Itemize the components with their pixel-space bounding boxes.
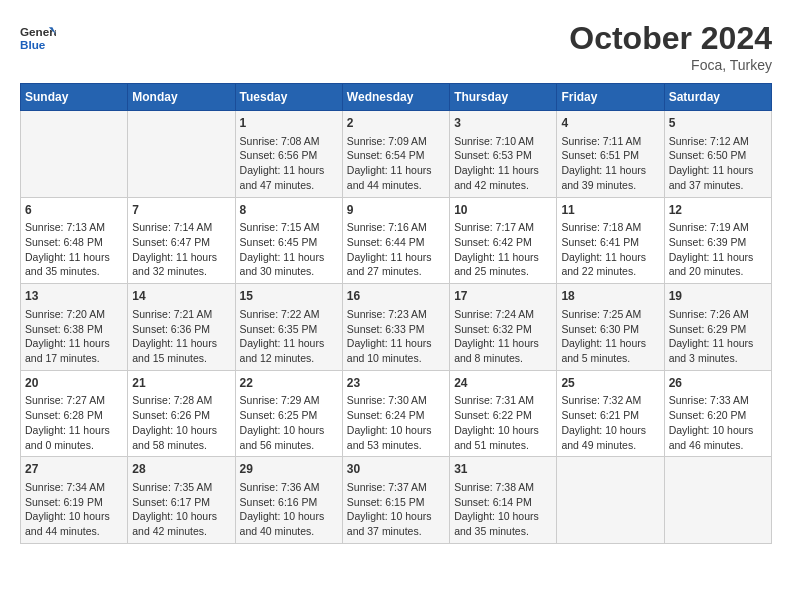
- day-info: Sunrise: 7:25 AMSunset: 6:30 PMDaylight:…: [561, 307, 659, 366]
- calendar-cell: 23Sunrise: 7:30 AMSunset: 6:24 PMDayligh…: [342, 370, 449, 457]
- weekday-header: Friday: [557, 84, 664, 111]
- day-info: Sunrise: 7:17 AMSunset: 6:42 PMDaylight:…: [454, 220, 552, 279]
- day-info: Sunrise: 7:35 AMSunset: 6:17 PMDaylight:…: [132, 480, 230, 539]
- day-info: Sunrise: 7:16 AMSunset: 6:44 PMDaylight:…: [347, 220, 445, 279]
- day-number: 15: [240, 288, 338, 305]
- calendar-cell: 3Sunrise: 7:10 AMSunset: 6:53 PMDaylight…: [450, 111, 557, 198]
- calendar-cell: 31Sunrise: 7:38 AMSunset: 6:14 PMDayligh…: [450, 457, 557, 544]
- calendar-cell: 15Sunrise: 7:22 AMSunset: 6:35 PMDayligh…: [235, 284, 342, 371]
- day-number: 28: [132, 461, 230, 478]
- day-number: 16: [347, 288, 445, 305]
- weekday-header: Sunday: [21, 84, 128, 111]
- calendar-cell: 16Sunrise: 7:23 AMSunset: 6:33 PMDayligh…: [342, 284, 449, 371]
- calendar-cell: 26Sunrise: 7:33 AMSunset: 6:20 PMDayligh…: [664, 370, 771, 457]
- calendar-cell: [21, 111, 128, 198]
- calendar-cell: 19Sunrise: 7:26 AMSunset: 6:29 PMDayligh…: [664, 284, 771, 371]
- day-info: Sunrise: 7:21 AMSunset: 6:36 PMDaylight:…: [132, 307, 230, 366]
- calendar-cell: 2Sunrise: 7:09 AMSunset: 6:54 PMDaylight…: [342, 111, 449, 198]
- day-number: 30: [347, 461, 445, 478]
- calendar-cell: 10Sunrise: 7:17 AMSunset: 6:42 PMDayligh…: [450, 197, 557, 284]
- calendar-cell: [128, 111, 235, 198]
- calendar-week-row: 1Sunrise: 7:08 AMSunset: 6:56 PMDaylight…: [21, 111, 772, 198]
- day-number: 5: [669, 115, 767, 132]
- calendar-cell: 5Sunrise: 7:12 AMSunset: 6:50 PMDaylight…: [664, 111, 771, 198]
- calendar-cell: 28Sunrise: 7:35 AMSunset: 6:17 PMDayligh…: [128, 457, 235, 544]
- day-number: 27: [25, 461, 123, 478]
- day-info: Sunrise: 7:18 AMSunset: 6:41 PMDaylight:…: [561, 220, 659, 279]
- calendar-cell: 9Sunrise: 7:16 AMSunset: 6:44 PMDaylight…: [342, 197, 449, 284]
- day-info: Sunrise: 7:33 AMSunset: 6:20 PMDaylight:…: [669, 393, 767, 452]
- day-info: Sunrise: 7:12 AMSunset: 6:50 PMDaylight:…: [669, 134, 767, 193]
- page-header: General Blue October 2024 Foca, Turkey: [20, 20, 772, 73]
- month-info: October 2024 Foca, Turkey: [569, 20, 772, 73]
- day-info: Sunrise: 7:19 AMSunset: 6:39 PMDaylight:…: [669, 220, 767, 279]
- weekday-header: Saturday: [664, 84, 771, 111]
- calendar-cell: 30Sunrise: 7:37 AMSunset: 6:15 PMDayligh…: [342, 457, 449, 544]
- day-number: 14: [132, 288, 230, 305]
- day-number: 13: [25, 288, 123, 305]
- day-info: Sunrise: 7:13 AMSunset: 6:48 PMDaylight:…: [25, 220, 123, 279]
- calendar-cell: 21Sunrise: 7:28 AMSunset: 6:26 PMDayligh…: [128, 370, 235, 457]
- day-info: Sunrise: 7:23 AMSunset: 6:33 PMDaylight:…: [347, 307, 445, 366]
- day-info: Sunrise: 7:28 AMSunset: 6:26 PMDaylight:…: [132, 393, 230, 452]
- logo: General Blue: [20, 20, 56, 56]
- day-info: Sunrise: 7:20 AMSunset: 6:38 PMDaylight:…: [25, 307, 123, 366]
- calendar-cell: 20Sunrise: 7:27 AMSunset: 6:28 PMDayligh…: [21, 370, 128, 457]
- location: Foca, Turkey: [569, 57, 772, 73]
- day-number: 2: [347, 115, 445, 132]
- svg-text:Blue: Blue: [20, 38, 46, 51]
- day-number: 31: [454, 461, 552, 478]
- calendar-cell: 6Sunrise: 7:13 AMSunset: 6:48 PMDaylight…: [21, 197, 128, 284]
- day-number: 1: [240, 115, 338, 132]
- day-number: 11: [561, 202, 659, 219]
- calendar-cell: 25Sunrise: 7:32 AMSunset: 6:21 PMDayligh…: [557, 370, 664, 457]
- svg-text:General: General: [20, 25, 56, 38]
- calendar-cell: 22Sunrise: 7:29 AMSunset: 6:25 PMDayligh…: [235, 370, 342, 457]
- day-info: Sunrise: 7:11 AMSunset: 6:51 PMDaylight:…: [561, 134, 659, 193]
- day-number: 10: [454, 202, 552, 219]
- calendar-cell: 13Sunrise: 7:20 AMSunset: 6:38 PMDayligh…: [21, 284, 128, 371]
- calendar-cell: 18Sunrise: 7:25 AMSunset: 6:30 PMDayligh…: [557, 284, 664, 371]
- day-info: Sunrise: 7:27 AMSunset: 6:28 PMDaylight:…: [25, 393, 123, 452]
- calendar-cell: 1Sunrise: 7:08 AMSunset: 6:56 PMDaylight…: [235, 111, 342, 198]
- day-info: Sunrise: 7:14 AMSunset: 6:47 PMDaylight:…: [132, 220, 230, 279]
- logo-icon: General Blue: [20, 20, 56, 56]
- day-number: 26: [669, 375, 767, 392]
- calendar-cell: [664, 457, 771, 544]
- calendar-cell: 4Sunrise: 7:11 AMSunset: 6:51 PMDaylight…: [557, 111, 664, 198]
- day-number: 9: [347, 202, 445, 219]
- day-info: Sunrise: 7:09 AMSunset: 6:54 PMDaylight:…: [347, 134, 445, 193]
- month-title: October 2024: [569, 20, 772, 57]
- calendar-cell: 17Sunrise: 7:24 AMSunset: 6:32 PMDayligh…: [450, 284, 557, 371]
- calendar-cell: 14Sunrise: 7:21 AMSunset: 6:36 PMDayligh…: [128, 284, 235, 371]
- day-number: 4: [561, 115, 659, 132]
- day-number: 17: [454, 288, 552, 305]
- day-info: Sunrise: 7:31 AMSunset: 6:22 PMDaylight:…: [454, 393, 552, 452]
- day-number: 18: [561, 288, 659, 305]
- day-number: 3: [454, 115, 552, 132]
- calendar-cell: 11Sunrise: 7:18 AMSunset: 6:41 PMDayligh…: [557, 197, 664, 284]
- calendar-cell: 29Sunrise: 7:36 AMSunset: 6:16 PMDayligh…: [235, 457, 342, 544]
- day-info: Sunrise: 7:37 AMSunset: 6:15 PMDaylight:…: [347, 480, 445, 539]
- weekday-header: Tuesday: [235, 84, 342, 111]
- day-number: 6: [25, 202, 123, 219]
- day-info: Sunrise: 7:32 AMSunset: 6:21 PMDaylight:…: [561, 393, 659, 452]
- day-number: 19: [669, 288, 767, 305]
- day-number: 8: [240, 202, 338, 219]
- calendar-cell: 7Sunrise: 7:14 AMSunset: 6:47 PMDaylight…: [128, 197, 235, 284]
- day-info: Sunrise: 7:24 AMSunset: 6:32 PMDaylight:…: [454, 307, 552, 366]
- day-info: Sunrise: 7:15 AMSunset: 6:45 PMDaylight:…: [240, 220, 338, 279]
- day-info: Sunrise: 7:29 AMSunset: 6:25 PMDaylight:…: [240, 393, 338, 452]
- calendar-table: SundayMondayTuesdayWednesdayThursdayFrid…: [20, 83, 772, 544]
- day-info: Sunrise: 7:10 AMSunset: 6:53 PMDaylight:…: [454, 134, 552, 193]
- weekday-header: Wednesday: [342, 84, 449, 111]
- day-number: 21: [132, 375, 230, 392]
- day-number: 25: [561, 375, 659, 392]
- calendar-cell: 8Sunrise: 7:15 AMSunset: 6:45 PMDaylight…: [235, 197, 342, 284]
- day-number: 22: [240, 375, 338, 392]
- calendar-week-row: 20Sunrise: 7:27 AMSunset: 6:28 PMDayligh…: [21, 370, 772, 457]
- day-info: Sunrise: 7:36 AMSunset: 6:16 PMDaylight:…: [240, 480, 338, 539]
- calendar-cell: 27Sunrise: 7:34 AMSunset: 6:19 PMDayligh…: [21, 457, 128, 544]
- calendar-cell: 12Sunrise: 7:19 AMSunset: 6:39 PMDayligh…: [664, 197, 771, 284]
- weekday-header: Thursday: [450, 84, 557, 111]
